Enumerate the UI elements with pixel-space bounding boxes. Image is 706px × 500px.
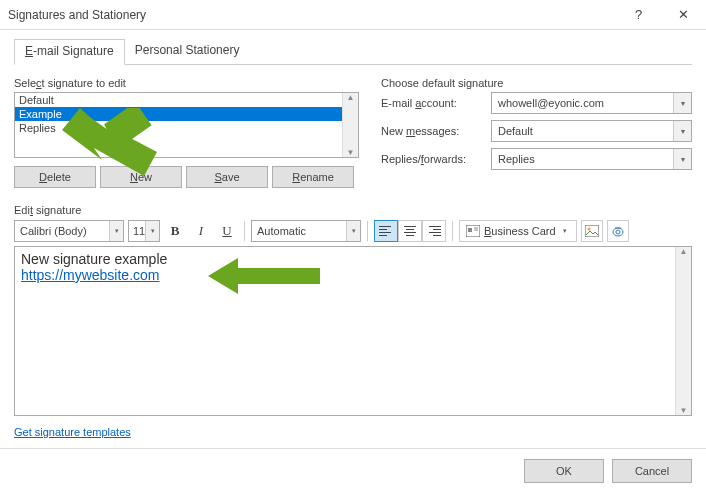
replies-forwards-select[interactable]: Replies▾ [491,148,692,170]
chevron-down-icon: ▾ [673,149,691,169]
italic-button[interactable]: I [190,220,212,242]
chevron-down-icon: ▾ [145,221,159,241]
divider [244,221,245,241]
tab-personal-stationery[interactable]: Personal Stationery [125,39,250,65]
new-messages-select[interactable]: Default▾ [491,120,692,142]
svg-rect-4 [585,225,599,237]
tab-email-signature[interactable]: E-mail Signature [14,39,125,65]
signature-text: New signature example [21,251,685,267]
divider [452,221,453,241]
get-templates-link[interactable]: Get signature templates [14,426,131,438]
svg-point-7 [616,230,620,234]
signature-editor[interactable]: New signature example https://mywebsite.… [14,246,692,416]
signature-list[interactable]: Default Example Replies [14,92,359,158]
align-left-button[interactable] [374,220,398,242]
new-messages-label: New messages: [381,125,491,137]
new-button[interactable]: New [100,166,182,188]
font-select[interactable]: Calibri (Body)▾ [14,220,124,242]
card-icon [466,225,480,237]
help-button[interactable]: ? [616,0,661,30]
email-account-select[interactable]: whowell@eyonic.com▾ [491,92,692,114]
format-toolbar: Calibri (Body)▾ 11▾ B I U Automatic▾ Bus… [14,220,692,242]
chevron-down-icon: ▾ [346,221,360,241]
chevron-down-icon: ▾ [673,93,691,113]
edit-signature-label: Edit signature [14,204,692,216]
chevron-down-icon: ▾ [109,221,123,241]
delete-button[interactable]: Delete [14,166,96,188]
save-button[interactable]: Save [186,166,268,188]
close-button[interactable]: ✕ [661,0,706,30]
align-center-button[interactable] [398,220,422,242]
font-color-select[interactable]: Automatic▾ [251,220,361,242]
svg-point-5 [587,228,590,231]
insert-hyperlink-button[interactable] [607,220,629,242]
align-right-button[interactable] [422,220,446,242]
divider [367,221,368,241]
chevron-down-icon: ▾ [673,121,691,141]
insert-picture-button[interactable] [581,220,603,242]
replies-forwards-label: Replies/forwards: [381,153,491,165]
list-item[interactable]: Default [15,93,358,107]
email-account-label: E-mail account: [381,97,491,109]
underline-button[interactable]: U [216,220,238,242]
picture-icon [585,225,599,237]
svg-rect-1 [468,228,472,232]
tab-bar: E-mail Signature Personal Stationery [14,38,692,65]
signature-link[interactable]: https://mywebsite.com [21,267,160,283]
chevron-down-icon: ▾ [560,227,570,235]
svg-point-6 [613,228,623,236]
scrollbar[interactable] [675,247,691,415]
bold-button[interactable]: B [164,220,186,242]
titlebar: Signatures and Stationery ? ✕ [0,0,706,30]
window-title: Signatures and Stationery [8,8,616,22]
cancel-button[interactable]: Cancel [612,459,692,483]
rename-button[interactable]: Rename [272,166,354,188]
defaults-label: Choose default signature [381,77,692,89]
dialog-footer: OK Cancel [0,448,706,493]
scrollbar[interactable] [342,93,358,157]
list-item[interactable]: Replies [15,121,358,135]
select-signature-label: Select signature to edit [14,77,359,89]
list-item[interactable]: Example [15,107,358,121]
ok-button[interactable]: OK [524,459,604,483]
link-icon [610,224,626,238]
business-card-button[interactable]: Business Card ▾ [459,220,577,242]
font-size-select[interactable]: 11▾ [128,220,160,242]
